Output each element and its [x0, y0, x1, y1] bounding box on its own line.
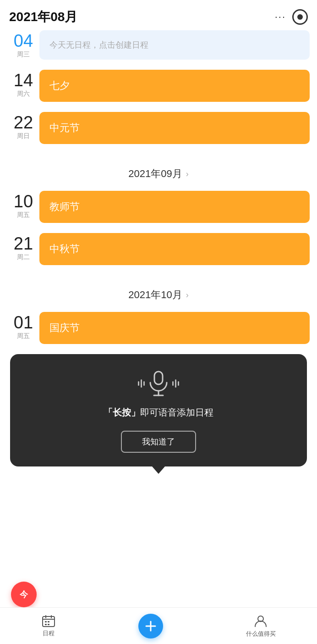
september-chevron: ›: [186, 169, 189, 179]
day-row[interactable]: 04周三今天无日程，点击创建日程: [7, 30, 310, 60]
schedule-label: 日程: [43, 629, 55, 638]
svg-rect-8: [48, 621, 49, 622]
day-row[interactable]: 01周五国庆节: [7, 312, 310, 344]
day-label: 21周二: [7, 233, 39, 261]
voice-got-it-button[interactable]: 我知道了: [121, 431, 196, 453]
wave-bar: [175, 379, 176, 388]
voice-text-bold: 「长按」: [104, 407, 140, 417]
october-chevron: ›: [186, 290, 189, 300]
svg-rect-0: [154, 372, 163, 384]
wave-bar: [143, 381, 145, 386]
day-label: 22周日: [7, 112, 39, 140]
header-title: 2021年08月: [9, 8, 77, 26]
left-waves: [138, 379, 145, 388]
voice-tooltip: 「长按」即可语音添加日程 我知道了: [10, 354, 307, 466]
tooltip-arrow: [152, 466, 165, 474]
day-row[interactable]: 22周日中元节: [7, 112, 310, 144]
wave-bar: [178, 381, 179, 386]
september-events: 10周五教师节21周二中秋节: [7, 191, 310, 265]
wave-bar: [172, 381, 174, 386]
voice-text-normal: 即可语音添加日程: [140, 407, 213, 417]
header-icons: ···: [275, 9, 308, 25]
profile-tab[interactable]: 什么值得买: [246, 614, 276, 638]
october-events: 01周五国庆节: [7, 312, 310, 344]
september-separator[interactable]: 2021年09月 ›: [7, 154, 310, 191]
august-events: 04周三今天无日程，点击创建日程14周六七夕22周日中元节: [7, 30, 310, 144]
person-icon: [254, 614, 268, 628]
mic-icon-wrap: [138, 371, 179, 396]
day-number: 22: [7, 114, 39, 131]
svg-rect-10: [48, 624, 49, 625]
plus-icon: [144, 620, 157, 633]
record-inner-dot: [297, 14, 303, 20]
day-week: 周五: [7, 211, 39, 219]
event-card[interactable]: 七夕: [39, 70, 310, 102]
day-number: 10: [7, 193, 39, 210]
day-week: 周五: [7, 332, 39, 340]
right-waves: [172, 379, 179, 388]
day-label: 04周三: [7, 30, 39, 59]
profile-label: 什么值得买: [246, 630, 276, 638]
more-icon[interactable]: ···: [275, 11, 286, 23]
calendar-icon: [42, 615, 55, 627]
day-week: 周六: [7, 90, 39, 98]
day-number: 14: [7, 72, 39, 89]
event-card[interactable]: 中秋节: [39, 233, 310, 265]
day-week: 周日: [7, 132, 39, 140]
today-button[interactable]: 今: [11, 582, 37, 607]
voice-text: 「长按」即可语音添加日程: [104, 406, 213, 419]
day-number: 01: [7, 314, 39, 331]
svg-rect-7: [45, 621, 47, 622]
event-card[interactable]: 中元节: [39, 112, 310, 144]
event-card[interactable]: 国庆节: [39, 312, 310, 344]
add-event-button[interactable]: [138, 614, 163, 638]
wave-bar: [141, 379, 142, 388]
mic-icon: [148, 371, 169, 396]
day-label: 01周五: [7, 312, 39, 340]
october-label: 2021年10月: [128, 288, 182, 302]
day-label: 14周六: [7, 70, 39, 98]
day-week: 周二: [7, 253, 39, 261]
schedule-tab[interactable]: 日程: [42, 615, 55, 638]
day-row[interactable]: 10周五教师节: [7, 191, 310, 223]
event-card[interactable]: 教师节: [39, 191, 310, 223]
svg-rect-9: [45, 624, 47, 625]
october-separator[interactable]: 2021年10月 ›: [7, 275, 310, 312]
day-row[interactable]: 21周二中秋节: [7, 233, 310, 265]
record-icon[interactable]: [292, 9, 308, 25]
september-label: 2021年09月: [128, 167, 182, 181]
day-week: 周三: [7, 50, 39, 59]
header: 2021年08月 ···: [0, 0, 317, 30]
day-row[interactable]: 14周六七夕: [7, 70, 310, 102]
event-card[interactable]: 今天无日程，点击创建日程: [39, 30, 310, 60]
wave-bar: [138, 381, 139, 386]
day-label: 10周五: [7, 191, 39, 219]
main-content: 04周三今天无日程，点击创建日程14周六七夕22周日中元节 2021年09月 ›…: [0, 30, 317, 529]
bottom-bar: 日程 什么值得买: [0, 607, 317, 644]
day-number: 21: [7, 235, 39, 252]
day-number: 04: [7, 32, 39, 50]
